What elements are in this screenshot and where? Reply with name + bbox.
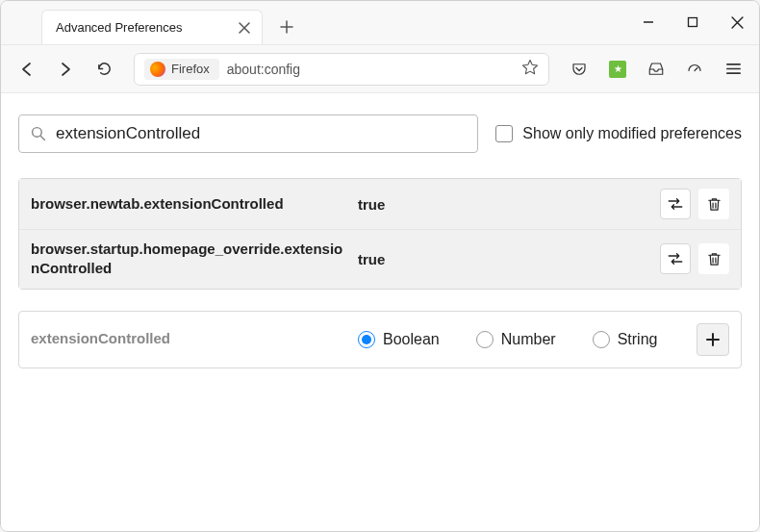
new-pref-row: extensionControlled Boolean Number Strin…: [18, 311, 742, 368]
radio-string[interactable]: String: [593, 331, 658, 348]
dashboard-icon[interactable]: [678, 53, 711, 86]
bookmark-star-icon[interactable]: [521, 59, 539, 80]
checkbox-icon[interactable]: [495, 125, 513, 142]
delete-button[interactable]: [698, 189, 729, 219]
new-tab-button[interactable]: [272, 13, 301, 41]
trash-icon: [706, 196, 722, 213]
svg-point-1: [33, 128, 42, 138]
pref-name: browser.newtab.extensionControlled: [31, 194, 348, 214]
show-modified-toggle[interactable]: Show only modified preferences: [495, 125, 742, 142]
show-modified-label: Show only modified preferences: [522, 125, 742, 142]
firefox-icon: [150, 62, 165, 77]
pref-value: true: [358, 196, 650, 213]
trash-icon: [706, 251, 722, 267]
toggle-button[interactable]: [660, 243, 691, 274]
pref-name: browser.startup.homepage_override.extens…: [31, 240, 348, 279]
radio-icon: [593, 331, 610, 348]
type-radio-group: Boolean Number String: [358, 331, 687, 348]
plus-icon: [705, 332, 721, 347]
radio-boolean[interactable]: Boolean: [358, 331, 440, 348]
radio-label: String: [618, 331, 658, 348]
search-icon: [31, 126, 46, 141]
new-pref-name: extensionControlled: [31, 329, 348, 348]
reload-button[interactable]: [88, 53, 120, 86]
radio-number[interactable]: Number: [476, 331, 556, 348]
titlebar: Advanced Preferences: [1, 1, 759, 45]
close-tab-icon[interactable]: [237, 20, 252, 36]
browser-window: Advanced Preferences: [0, 0, 760, 532]
pref-actions: [660, 189, 729, 219]
toggle-icon: [667, 250, 684, 267]
extension-icon[interactable]: [601, 53, 634, 86]
add-button[interactable]: [697, 323, 729, 356]
pref-row: browser.startup.homepage_override.extens…: [19, 229, 741, 289]
minimize-button[interactable]: [626, 0, 671, 44]
search-row: Show only modified preferences: [18, 114, 742, 153]
pref-table: browser.newtab.extensionControlled true …: [18, 178, 742, 290]
toolbar-right: [563, 53, 749, 86]
radio-icon: [358, 331, 375, 348]
toggle-button[interactable]: [660, 189, 691, 219]
svg-rect-0: [689, 18, 697, 27]
maximize-button[interactable]: [671, 0, 715, 44]
pocket-icon[interactable]: [563, 53, 595, 86]
radio-icon: [476, 331, 494, 348]
content-area: Show only modified preferences browser.n…: [1, 93, 759, 531]
menu-icon[interactable]: [717, 53, 749, 86]
tab-title: Advanced Preferences: [56, 20, 183, 35]
radio-label: Number: [501, 331, 556, 348]
radio-label: Boolean: [383, 331, 440, 348]
back-button[interactable]: [11, 53, 43, 86]
toolbar: Firefox about:config: [1, 45, 759, 93]
pref-row: browser.newtab.extensionControlled true: [19, 179, 741, 229]
url-bar[interactable]: Firefox about:config: [134, 53, 549, 86]
url-text: about:config: [227, 62, 514, 77]
delete-button[interactable]: [698, 243, 729, 274]
search-box[interactable]: [18, 114, 478, 153]
inbox-icon[interactable]: [640, 53, 672, 86]
search-input[interactable]: [56, 124, 466, 143]
identity-box[interactable]: Firefox: [144, 59, 219, 80]
tab-active[interactable]: Advanced Preferences: [41, 10, 263, 44]
toggle-icon: [667, 195, 684, 213]
window-controls: [626, 0, 759, 44]
forward-button[interactable]: [49, 53, 82, 86]
pref-actions: [660, 243, 729, 274]
close-window-button[interactable]: [715, 0, 759, 44]
identity-label: Firefox: [171, 62, 210, 76]
pref-value: true: [358, 251, 650, 267]
